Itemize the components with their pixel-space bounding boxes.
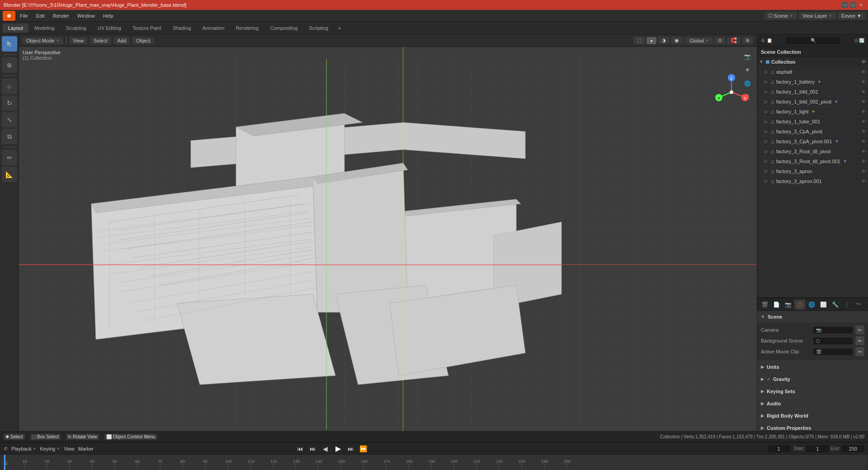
viewport-gizmo[interactable]: Z X Y: [713, 74, 750, 110]
move-tool-button[interactable]: ⊹: [2, 79, 17, 94]
outliner-item[interactable]: ▷ △ factory_1_tube_001 👁: [757, 117, 868, 127]
timeline-bar[interactable]: 1 10 20 30 40 50 60 70: [0, 455, 868, 470]
tab-scripting[interactable]: Scripting: [303, 24, 334, 33]
annotate-tool-button[interactable]: ✏: [2, 150, 17, 165]
snap-button[interactable]: 🧲: [727, 37, 741, 44]
props-tab-physics[interactable]: 〜: [853, 300, 864, 310]
sync-button[interactable]: 🔄: [859, 38, 864, 43]
viewport-cameras-button[interactable]: 📷: [741, 51, 753, 62]
play-reverse-button[interactable]: ◀: [321, 444, 330, 454]
props-tab-object[interactable]: ⬜: [818, 300, 829, 310]
filter-button[interactable]: ⊟: [854, 38, 858, 43]
menu-window[interactable]: Window: [74, 12, 99, 20]
menu-file[interactable]: File: [16, 12, 32, 20]
outliner-search[interactable]: 🔍: [786, 37, 840, 44]
context-menu-key[interactable]: ⬜ Object Context Menu: [104, 434, 157, 440]
visibility-icon[interactable]: 👁: [861, 59, 866, 65]
menu-render[interactable]: Render: [49, 12, 73, 20]
outliner-item[interactable]: ▷ △ factory_1_light ☀ 👁: [757, 107, 868, 117]
bg-scene-edit-button[interactable]: ✏: [855, 336, 864, 345]
visibility-icon[interactable]: 👁: [861, 99, 866, 104]
select-tool-button[interactable]: [2, 36, 17, 52]
pivot-point-button[interactable]: ⊙: [714, 37, 726, 44]
object-menu-button[interactable]: Object: [132, 37, 154, 44]
object-mode-button[interactable]: Object Mode ▼: [23, 37, 63, 44]
tab-modeling[interactable]: Modeling: [29, 24, 60, 33]
view-menu-button[interactable]: View: [69, 37, 87, 44]
camera-value[interactable]: 📷: [813, 327, 853, 334]
start-frame-input[interactable]: 1: [806, 445, 829, 452]
props-tab-output[interactable]: 📄: [771, 300, 782, 310]
menu-help[interactable]: Help: [99, 12, 117, 20]
view-menu[interactable]: View: [64, 446, 75, 451]
jump-to-start-button[interactable]: ⏮: [295, 444, 305, 454]
viewport-shading-wire[interactable]: ⬚: [633, 37, 645, 44]
props-tab-scene[interactable]: ⬡: [794, 300, 805, 310]
transform-tool-button[interactable]: ⧉: [2, 129, 17, 144]
visibility-icon[interactable]: 👁: [861, 69, 866, 75]
tab-rendering[interactable]: Rendering: [230, 24, 264, 33]
outliner-item[interactable]: ▷ △ factory_3_CpA_pivot.001 ▼ 👁: [757, 136, 868, 146]
outliner-item[interactable]: ▷ △ factory_3_Root_till_pivot.001 ▼ 👁: [757, 156, 868, 166]
current-frame-input[interactable]: 1: [768, 445, 790, 452]
minimize-button[interactable]: ─: [842, 2, 848, 8]
visibility-icon[interactable]: 👁: [861, 109, 866, 114]
add-menu-button[interactable]: Add: [114, 37, 130, 44]
visibility-icon[interactable]: 👁: [861, 89, 866, 94]
rotate-view-key[interactable]: ↻ Rotate View: [66, 434, 99, 440]
visibility-icon[interactable]: 👁: [861, 139, 866, 144]
end-frame-input[interactable]: 250: [842, 445, 864, 452]
props-tab-world[interactable]: 🌐: [806, 300, 817, 310]
proportional-button[interactable]: ⊚: [742, 37, 753, 44]
viewport-shading-solid[interactable]: ●: [646, 37, 657, 44]
outliner-item[interactable]: ▼ ▣ Collection 👁: [757, 57, 868, 67]
cursor-tool-button[interactable]: ⊕: [2, 57, 17, 73]
outliner[interactable]: ▼ ▣ Collection 👁 ▷ △ asphalt 👁 ▷ △ facto…: [757, 57, 868, 297]
jump-to-next-keyframe-button[interactable]: ⏭: [346, 444, 356, 454]
playback-menu[interactable]: Playback ▼: [11, 446, 37, 451]
props-tab-particles[interactable]: ⋮: [841, 300, 852, 310]
tab-sculpting[interactable]: Sculpting: [61, 24, 92, 33]
background-scene-value[interactable]: ⬡: [813, 338, 853, 344]
play-button[interactable]: ▶: [333, 444, 343, 454]
workspace-selector[interactable]: ⬡ Scene ▼: [764, 12, 797, 19]
timeline-mode-button[interactable]: ⏱: [4, 446, 8, 451]
props-tab-render[interactable]: 🎬: [759, 300, 770, 310]
measure-tool-button[interactable]: 📐: [2, 167, 17, 182]
camera-edit-button[interactable]: ✏: [855, 325, 864, 334]
tab-uv-editing[interactable]: UV Editing: [92, 24, 127, 33]
outliner-item[interactable]: ▷ △ asphalt 👁: [757, 67, 868, 77]
outliner-item[interactable]: ▷ △ factory_3_apron.001 👁: [757, 176, 868, 186]
jump-to-end-button[interactable]: ⏩: [359, 444, 368, 454]
audio-section-header[interactable]: ▶ Audio: [757, 398, 868, 409]
visibility-icon[interactable]: 👁: [861, 119, 866, 124]
tab-texture-paint[interactable]: Texture Paint: [127, 24, 167, 33]
units-section-header[interactable]: ▶ Units: [757, 361, 868, 373]
viewport[interactable]: User Perspective (1) Collection 📷 ☀ 🌐 🔍 …: [19, 47, 757, 442]
tab-layout[interactable]: Layout: [3, 24, 28, 33]
visibility-icon[interactable]: 👁: [861, 79, 866, 85]
gravity-checkbox[interactable]: ✓: [767, 377, 770, 382]
viewport-shading-rendered[interactable]: ◉: [671, 37, 683, 44]
tab-animation[interactable]: Animation: [197, 24, 230, 33]
keying-menu[interactable]: Keying ▼: [40, 446, 61, 451]
visibility-icon[interactable]: 👁: [861, 169, 866, 174]
scale-tool-button[interactable]: ⤡: [2, 112, 17, 127]
tab-compositing[interactable]: Compositing: [264, 24, 303, 33]
tab-shading[interactable]: Shading: [167, 24, 196, 33]
rotate-tool-button[interactable]: ↻: [2, 95, 17, 111]
view-layer-selector[interactable]: View Layer ▼: [799, 12, 836, 19]
visibility-icon[interactable]: 👁: [861, 179, 866, 184]
close-button[interactable]: ✕: [858, 2, 864, 8]
visibility-icon[interactable]: 👁: [861, 159, 866, 164]
gravity-section-header[interactable]: ▶ ✓ Gravity: [757, 373, 868, 385]
outliner-item[interactable]: ▷ △ factory_1_battery ▼ 👁: [757, 77, 868, 87]
visibility-icon[interactable]: 👁: [861, 129, 866, 134]
visibility-icon[interactable]: 👁: [861, 149, 866, 154]
props-tab-modifier[interactable]: 🔧: [830, 300, 840, 310]
keying-sets-header[interactable]: ▶ Keying Sets: [757, 385, 868, 397]
engine-selector[interactable]: Eevee ▼: [838, 12, 865, 19]
select-menu-button[interactable]: Select: [90, 37, 111, 44]
outliner-item[interactable]: ▷ △ factory_3_CpA_pivot 👁: [757, 127, 868, 136]
active-movie-clip-value[interactable]: 🎬: [813, 348, 853, 355]
